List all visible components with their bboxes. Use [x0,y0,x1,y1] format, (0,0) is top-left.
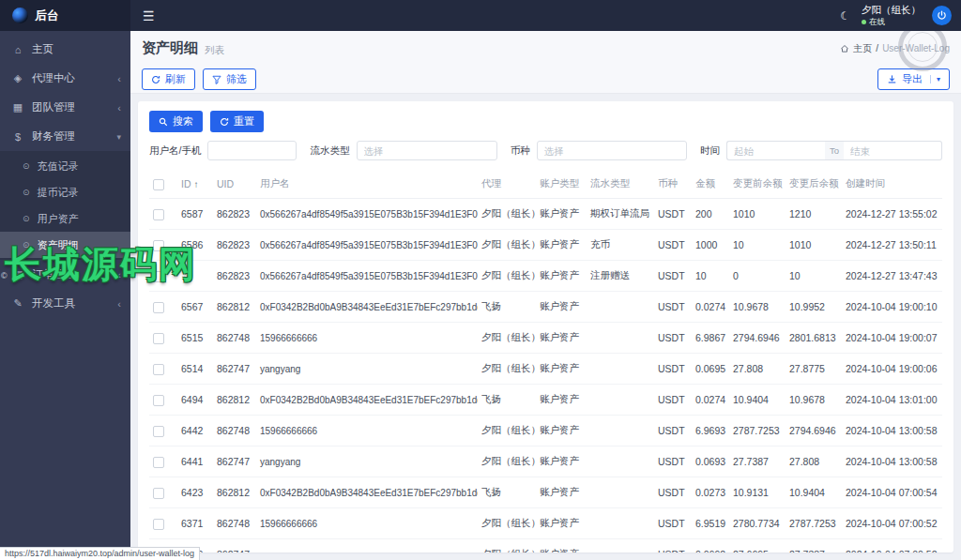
home-icon [840,44,849,53]
chevron-left-icon: ‹ [117,102,121,114]
row-checkbox[interactable] [153,488,164,499]
cell-amount: 0.0274 [692,385,729,416]
cell-before-balance: 2794.6946 [729,323,786,354]
download-icon [887,74,897,84]
asset-detail-card: 搜索 重置 用户名/手机 流水类型 币种 [138,101,953,552]
sidebar-item-dev-tools[interactable]: ✎ 开发工具 ‹ [0,289,130,318]
cell-amount: 0.0693 [692,446,729,477]
row-checkbox[interactable] [153,209,164,220]
user-info[interactable]: 夕阳（组长） 在线 [862,4,921,27]
cell-uid: 862747 [213,446,256,477]
filter-button[interactable]: 筛选 [203,68,256,90]
cell-flow-type: 充币 [587,230,654,261]
chevron-down-icon[interactable]: ▾ [930,75,940,83]
column-header-amount: 金额 [692,170,729,199]
cell-coin: USDT [654,446,692,477]
row-checkbox[interactable] [153,302,164,313]
online-dot-icon [862,20,866,24]
cell-account-type: 账户资产 [536,323,587,354]
refresh-label: 刷新 [165,72,186,86]
sidebar-item-withdraw-records[interactable]: ⊙ 提币记录 [0,179,130,205]
table-row: 6370862747yangyang夕阳（组长）账户资产USDT0.069227… [149,539,942,553]
cell-amount: 0.0274 [692,292,729,323]
row-checkbox[interactable] [153,519,164,530]
time-start-input[interactable] [726,141,825,160]
cell-id: 6442 [177,416,213,446]
time-filter: 时间 To [700,141,942,160]
cell-flow-type [587,354,654,385]
username-filter-input[interactable] [207,141,297,160]
flow-type-filter-label: 流水类型 [311,144,350,158]
sidebar-item-recharge-records[interactable]: ⊙ 充值记录 [0,153,130,179]
cell-after-balance: 27.7387 [786,539,842,553]
cell-coin: USDT [654,539,692,553]
sidebar-item-home[interactable]: ⌂ 主页 [0,35,130,64]
cell-username: 0x566267a4df8549f5a3915E075B3b15F394d1E3… [256,230,478,261]
sidebar-item-agent-center[interactable]: ◈ 代理中心 ‹ [0,64,130,93]
time-end-input[interactable] [844,141,942,160]
cell-created-at: 2024-10-04 19:00:10 [842,292,942,323]
menu-toggle-icon[interactable]: ☰ [143,8,155,23]
cell-after-balance: 1210 [786,199,842,230]
cell-agent: 夕阳（组长） [478,416,536,446]
toolbar: 刷新 筛选 导出 ▾ [130,66,961,94]
cell-flow-type: 注册赠送 [587,261,654,292]
refresh-button[interactable]: 刷新 [142,68,195,90]
cell-coin: USDT [654,261,692,292]
cell-amount: 0.0695 [692,354,729,385]
cell-created-at: 2024-10-04 13:01:00 [842,385,942,416]
cell-after-balance: 2801.6813 [786,323,842,354]
table-row: 6514862747yangyang夕阳（组长）账户资产USDT0.069527… [149,354,942,385]
page-title: 资产明细 [142,39,198,57]
dark-mode-icon[interactable]: ☾ [840,9,850,23]
row-checkbox[interactable] [153,364,164,375]
export-button[interactable]: 导出 ▾ [877,68,950,90]
row-checkbox[interactable] [153,333,164,344]
username-filter-label: 用户名/手机 [149,144,201,158]
cell-id: 6515 [177,323,213,354]
row-checkbox[interactable] [153,426,164,437]
sidebar-item-finance-management[interactable]: $ 财务管理 ▾ [0,122,130,151]
app-logo[interactable]: 后台 [0,0,130,31]
coin-select[interactable] [537,141,687,160]
online-status: 在线 [862,17,921,27]
table-row: 65878628230x566267a4df8549f5a3915E075B3b… [149,199,942,230]
cell-agent: 飞扬 [478,292,536,323]
cell-after-balance: 2787.7253 [786,508,842,539]
cell-agent: 夕阳（组长） [478,354,536,385]
cell-username: 15966666666 [256,323,478,354]
logout-button[interactable] [932,6,952,25]
topbar-right: ☾ 夕阳（组长） 在线 [840,4,961,27]
cell-after-balance: 27.808 [786,446,842,477]
cell-before-balance: 2787.7253 [729,416,786,446]
sidebar-item-user-assets[interactable]: ⊙ 用户资产 [0,205,130,232]
cell-username: 15966666666 [256,508,478,539]
select-all-checkbox[interactable] [153,179,164,190]
devtools-icon: ✎ [12,297,23,310]
power-icon [937,10,947,21]
page-header: 资产明细 列表 主页 / User-Wallet-Log [130,31,961,66]
cell-id: 6371 [177,508,213,539]
reset-button[interactable]: 重置 [210,111,264,132]
column-header-coin: 币种 [654,170,692,199]
reset-label: 重置 [234,114,254,129]
breadcrumb-home[interactable]: 主页 [853,42,872,55]
cell-amount: 6.9867 [692,323,729,354]
flow-type-select[interactable] [357,141,497,160]
cell-created-at: 2024-12-27 13:47:43 [842,261,942,292]
cell-coin: USDT [654,416,692,446]
cell-created-at: 2024-10-04 13:00:58 [842,416,942,446]
cell-username: 15966666666 [256,416,478,446]
search-button[interactable]: 搜索 [149,111,203,132]
cell-created-at: 2024-10-04 19:00:07 [842,323,942,354]
time-separator: To [825,141,844,160]
cell-account-type: 账户资产 [536,230,587,261]
row-checkbox[interactable] [153,457,164,468]
cell-flow-type [587,292,654,323]
nav-label: 充值记录 [38,159,79,174]
column-header-id[interactable]: ID ↑ [177,170,213,199]
sidebar-item-team-management[interactable]: ▦ 团队管理 ‹ [0,93,130,122]
cell-amount: 0.0273 [692,477,729,508]
cell-flow-type [587,385,654,416]
row-checkbox[interactable] [153,395,164,406]
